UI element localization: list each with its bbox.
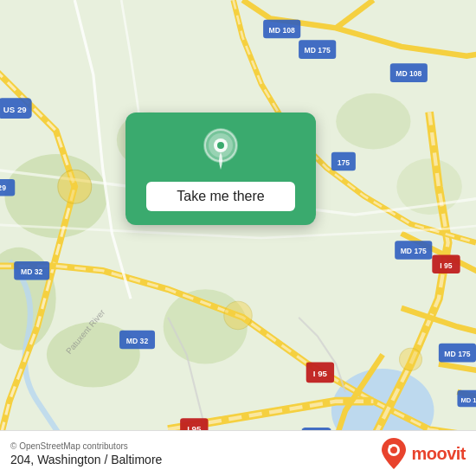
map-container: US 29 29 MD 32 MD 32 MD 32 MD 108 MD 108… [0,0,476,476]
svg-point-12 [400,348,422,370]
svg-text:175: 175 [338,158,351,167]
svg-text:I 95: I 95 [440,261,453,270]
svg-point-11 [224,301,252,329]
svg-text:29: 29 [0,183,6,192]
svg-text:MD 108: MD 108 [269,26,295,35]
location-pin-svg [200,128,241,173]
map-pin-icon [198,128,243,173]
svg-text:MD 175: MD 175 [444,350,470,358]
svg-point-55 [389,445,392,448]
take-me-there-button[interactable]: Take me there [146,182,295,211]
map-background: US 29 29 MD 32 MD 32 MD 32 MD 108 MD 108… [0,0,476,476]
svg-text:MD 175: MD 175 [305,46,331,55]
svg-text:US 29: US 29 [3,105,28,114]
osm-credit: © OpenStreetMap contributors [10,441,162,451]
bottom-bar: © OpenStreetMap contributors 204, Washin… [0,430,476,476]
moovit-logo: moovit [382,438,466,469]
svg-point-7 [336,93,410,150]
svg-text:MD 32: MD 32 [21,267,43,276]
svg-text:MD 175: MD 175 [460,396,476,404]
svg-text:MD 32: MD 32 [126,337,149,345]
svg-point-51 [217,142,224,149]
svg-text:MD 108: MD 108 [396,69,421,78]
svg-point-10 [58,170,92,203]
moovit-brand-name: moovit [411,444,466,464]
map-overlay-card: Take me there [125,113,316,225]
svg-text:I 95: I 95 [313,369,328,378]
moovit-pin-icon [382,438,406,469]
svg-text:MD 175: MD 175 [401,247,427,255]
location-label: 204, Washington / Baltimore [10,453,162,466]
bottom-left-info: © OpenStreetMap contributors 204, Washin… [10,441,162,466]
